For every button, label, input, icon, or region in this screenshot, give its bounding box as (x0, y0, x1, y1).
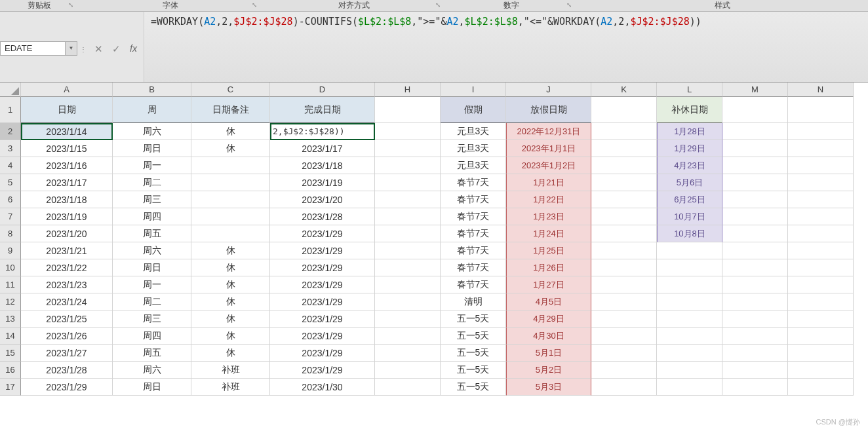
cell-A13[interactable]: 2023/1/25 (21, 310, 113, 328)
cell-L9[interactable] (657, 242, 722, 259)
col-header-C[interactable]: C (191, 83, 270, 97)
cell-J12[interactable]: 4月5日 (506, 293, 591, 310)
col-header-K[interactable]: K (591, 83, 657, 97)
cell-D11[interactable]: 2023/1/29 (270, 276, 375, 293)
cell-C3[interactable]: 休 (191, 140, 270, 157)
row-header-8[interactable]: 8 (0, 225, 21, 242)
cell-B12[interactable]: 周二 (113, 293, 191, 310)
cell-N5[interactable] (788, 174, 854, 191)
cell-K15[interactable] (591, 345, 657, 362)
cell-B8[interactable]: 周五 (113, 225, 191, 242)
cell-D12[interactable]: 2023/1/29 (270, 293, 375, 310)
cell-L10[interactable] (657, 259, 722, 276)
cell-A2[interactable]: 2023/1/14 (21, 123, 113, 140)
cell-L7[interactable]: 10月7日 (657, 208, 722, 225)
header-cell-L[interactable]: 补休日期 (657, 97, 722, 123)
cell-L6[interactable]: 6月25日 (657, 191, 722, 208)
cell-I10[interactable]: 春节7天 (441, 259, 506, 276)
cell-C9[interactable]: 休 (191, 242, 270, 259)
row-header-4[interactable]: 4 (0, 157, 21, 174)
cell-A4[interactable]: 2023/1/16 (21, 157, 113, 174)
cell-A9[interactable]: 2023/1/21 (21, 242, 113, 259)
fx-icon[interactable]: fx (130, 43, 137, 54)
cell-M8[interactable] (722, 225, 788, 242)
cell-N17[interactable] (788, 379, 854, 396)
cell-M12[interactable] (722, 293, 788, 310)
cell-I17[interactable]: 五一5天 (441, 379, 506, 396)
cell-L2[interactable]: 1月28日 (657, 123, 722, 140)
header-cell-K[interactable] (591, 97, 657, 123)
cell-H15[interactable] (375, 345, 441, 362)
cell-C5[interactable] (191, 174, 270, 191)
row-headers[interactable]: 1234567891011121314151617 (0, 97, 21, 396)
header-cell-C[interactable]: 日期备注 (191, 97, 270, 123)
cell-J8[interactable]: 1月24日 (506, 225, 591, 242)
cell-A15[interactable]: 2023/1/27 (21, 345, 113, 362)
cell-C11[interactable]: 休 (191, 276, 270, 293)
cell-K17[interactable] (591, 379, 657, 396)
cell-L5[interactable]: 5月6日 (657, 174, 722, 191)
cell-N6[interactable] (788, 191, 854, 208)
cell-H6[interactable] (375, 191, 441, 208)
cell-J14[interactable]: 4月30日 (506, 328, 591, 345)
cell-K12[interactable] (591, 293, 657, 310)
cell-J3[interactable]: 2023年1月1日 (506, 140, 591, 157)
cell-N10[interactable] (788, 259, 854, 276)
header-cell-M[interactable] (722, 97, 788, 123)
cell-K11[interactable] (591, 276, 657, 293)
cell-I13[interactable]: 五一5天 (441, 310, 506, 328)
row-header-16[interactable]: 16 (0, 362, 21, 379)
cell-I5[interactable]: 春节7天 (441, 174, 506, 191)
cell-B7[interactable]: 周四 (113, 208, 191, 225)
cell-K8[interactable] (591, 225, 657, 242)
row-header-9[interactable]: 9 (0, 242, 21, 259)
cell-I16[interactable]: 五一5天 (441, 362, 506, 379)
cell-M7[interactable] (722, 208, 788, 225)
cell-H16[interactable] (375, 362, 441, 379)
cell-D6[interactable]: 2023/1/20 (270, 191, 375, 208)
cell-K7[interactable] (591, 208, 657, 225)
cell-A8[interactable]: 2023/1/20 (21, 225, 113, 242)
cell-D16[interactable]: 2023/1/29 (270, 362, 375, 379)
cell-J9[interactable]: 1月25日 (506, 242, 591, 259)
cell-L11[interactable] (657, 276, 722, 293)
cell-D17[interactable]: 2023/1/30 (270, 379, 375, 396)
cell-K2[interactable] (591, 123, 657, 140)
cell-B3[interactable]: 周日 (113, 140, 191, 157)
cell-H9[interactable] (375, 242, 441, 259)
cell-A12[interactable]: 2023/1/24 (21, 293, 113, 310)
cell-N4[interactable] (788, 157, 854, 174)
cell-H11[interactable] (375, 276, 441, 293)
cell-I8[interactable]: 春节7天 (441, 225, 506, 242)
cancel-formula-icon[interactable]: ✕ (94, 43, 103, 55)
cell-H7[interactable] (375, 208, 441, 225)
cell-M2[interactable] (722, 123, 788, 140)
cell-D5[interactable]: 2023/1/19 (270, 174, 375, 191)
cell-C12[interactable]: 休 (191, 293, 270, 310)
cell-C10[interactable]: 休 (191, 259, 270, 276)
cell-N7[interactable] (788, 208, 854, 225)
col-header-N[interactable]: N (788, 83, 854, 97)
col-header-L[interactable]: L (657, 83, 722, 97)
row-header-14[interactable]: 14 (0, 328, 21, 345)
name-box-dropdown[interactable]: ▼ (66, 41, 77, 56)
row-header-3[interactable]: 3 (0, 140, 21, 157)
header-cell-H[interactable] (375, 97, 441, 123)
cell-C7[interactable] (191, 208, 270, 225)
cell-B14[interactable]: 周四 (113, 328, 191, 345)
cell-M17[interactable] (722, 379, 788, 396)
col-header-D[interactable]: D (270, 83, 375, 97)
cell-J17[interactable]: 5月3日 (506, 379, 591, 396)
col-header-H[interactable]: H (375, 83, 441, 97)
row-header-15[interactable]: 15 (0, 345, 21, 362)
cell-H4[interactable] (375, 157, 441, 174)
cell-L16[interactable] (657, 362, 722, 379)
cell-L8[interactable]: 10月8日 (657, 225, 722, 242)
col-header-M[interactable]: M (722, 83, 788, 97)
col-header-B[interactable]: B (113, 83, 191, 97)
cell-M3[interactable] (722, 140, 788, 157)
header-cell-I[interactable]: 假期 (441, 97, 506, 123)
cell-I2[interactable]: 元旦3天 (441, 123, 506, 140)
cell-A17[interactable]: 2023/1/29 (21, 379, 113, 396)
col-header-I[interactable]: I (441, 83, 506, 97)
